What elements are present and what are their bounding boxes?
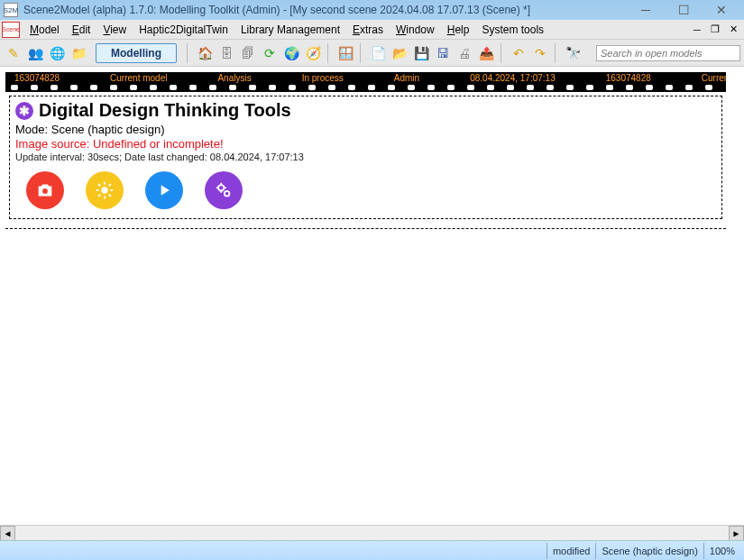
film-label: Current model	[110, 73, 167, 83]
film-label: In process	[302, 73, 344, 83]
search-input[interactable]	[596, 45, 740, 61]
film-label: 163074828	[14, 73, 60, 83]
play-icon	[155, 181, 173, 199]
globe-small-icon[interactable]: 🌐	[47, 43, 67, 63]
sun-tool-button[interactable]	[86, 171, 124, 209]
panel-mode-text: Mode: Scene (haptic design)	[15, 123, 716, 136]
stack-icon[interactable]: 🗐	[238, 43, 258, 63]
panel-meta-text: Update interval: 30secs; Date last chang…	[15, 151, 716, 162]
play-tool-button[interactable]	[145, 171, 183, 209]
svg-line-6	[98, 184, 100, 186]
svg-point-1	[101, 187, 107, 193]
svg-point-10	[218, 185, 224, 190]
mdi-close-button[interactable]: ✕	[725, 23, 741, 37]
film-label: Current model	[702, 73, 726, 83]
menu-edit[interactable]: Edit	[66, 22, 97, 38]
app-small-icon: Scene	[2, 22, 20, 38]
edit-icon[interactable]: ✎	[4, 43, 23, 63]
scroll-right-button[interactable]: ►	[729, 526, 744, 541]
canvas[interactable]: ✱ Digital Design Thinking Tools Mode: Sc…	[5, 92, 726, 223]
binoculars-icon[interactable]: 🔭	[563, 43, 583, 63]
globe-icon[interactable]: 🌍	[281, 43, 301, 63]
maximize-button[interactable]: ☐	[665, 1, 703, 19]
camera-tool-button[interactable]	[26, 171, 64, 209]
mdi-restore-button[interactable]: ❐	[707, 23, 723, 37]
home-icon[interactable]: 🏠	[195, 43, 215, 63]
menu-help[interactable]: Help	[441, 22, 476, 38]
film-label: Analysis	[217, 73, 251, 83]
menu-extras[interactable]: Extras	[346, 22, 390, 38]
undo-icon[interactable]: ↶	[509, 43, 528, 63]
window-titlebar: S2M Scene2Model (alpha) 1.7.0: Modelling…	[0, 0, 744, 20]
window-icon[interactable]: 🪟	[335, 43, 355, 63]
compass-icon[interactable]: 🧭	[303, 43, 323, 63]
panel-warning-text: Image source: Undefined or incomplete!	[15, 137, 716, 151]
export-icon[interactable]: 📤	[476, 43, 496, 63]
save-icon[interactable]: 💾	[411, 43, 431, 63]
svg-point-0	[42, 188, 48, 194]
tools-panel: ✱ Digital Design Thinking Tools Mode: Sc…	[9, 96, 722, 219]
menu-window[interactable]: Window	[390, 22, 441, 38]
app-icon: S2M	[4, 3, 18, 17]
sun-icon	[95, 180, 115, 200]
svg-point-11	[225, 191, 230, 197]
menu-haptic2digitaltwin[interactable]: Haptic2DigitalTwin	[133, 22, 234, 38]
menu-model[interactable]: Model	[23, 22, 66, 38]
panel-title: Digital Design Thinking Tools	[39, 100, 291, 121]
svg-line-8	[98, 195, 100, 197]
menu-library-management[interactable]: Library Management	[234, 22, 346, 38]
save-all-icon[interactable]: 🖫	[433, 43, 453, 63]
scroll-track[interactable]	[15, 526, 729, 541]
mdi-minimize-button[interactable]: ─	[689, 23, 705, 37]
toolbar: ✎ 👥 🌐 📁 Modelling 🏠 🗄 🗐 ⟳ 🌍 🧭 🪟 📄 📂 💾 🖫 …	[0, 40, 744, 67]
scroll-left-button[interactable]: ◄	[0, 526, 15, 541]
database-icon[interactable]: 🗄	[216, 43, 236, 63]
status-bar: modified Scene (haptic design) 100%	[0, 540, 744, 560]
dashed-separator	[5, 228, 726, 229]
folder-arrow-icon[interactable]: 📁	[69, 43, 88, 63]
svg-line-7	[109, 195, 111, 197]
gears-icon	[214, 180, 234, 200]
new-file-icon[interactable]: 📄	[368, 43, 388, 63]
open-folder-icon[interactable]: 📂	[390, 43, 409, 63]
svg-line-9	[109, 184, 111, 186]
camera-icon	[35, 180, 55, 200]
filmstrip-header: 163074828 Current model Analysis In proc…	[5, 72, 726, 92]
window-title: Scene2Model (alpha) 1.7.0: Modelling Too…	[23, 4, 627, 16]
work-area: 163074828 Current model Analysis In proc…	[0, 67, 744, 525]
menu-system-tools[interactable]: System tools	[475, 22, 550, 38]
horizontal-scrollbar[interactable]: ◄ ►	[0, 525, 744, 540]
refresh-green-icon[interactable]: ⟳	[260, 43, 280, 63]
redo-icon[interactable]: ↷	[530, 43, 550, 63]
close-button[interactable]: ✕	[703, 1, 740, 19]
status-modified: modified	[547, 543, 596, 559]
asterisk-icon: ✱	[15, 102, 33, 120]
film-label: 08.04.2024, 17:07:13	[470, 73, 556, 83]
film-label: Admin	[394, 73, 419, 83]
settings-tool-button[interactable]	[205, 171, 243, 209]
film-label: 163074828	[606, 73, 651, 83]
group-icon[interactable]: 👥	[25, 43, 45, 63]
menu-view[interactable]: View	[96, 22, 133, 38]
print-icon[interactable]: 🖨	[455, 43, 474, 63]
status-context: Scene (haptic design)	[595, 543, 703, 559]
status-zoom: 100%	[703, 543, 740, 559]
menu-bar: Scene Model Edit View Haptic2DigitalTwin…	[0, 20, 744, 40]
minimize-button[interactable]: ─	[627, 1, 665, 19]
search-box[interactable]	[596, 45, 740, 61]
mode-indicator: Modelling	[96, 43, 177, 63]
